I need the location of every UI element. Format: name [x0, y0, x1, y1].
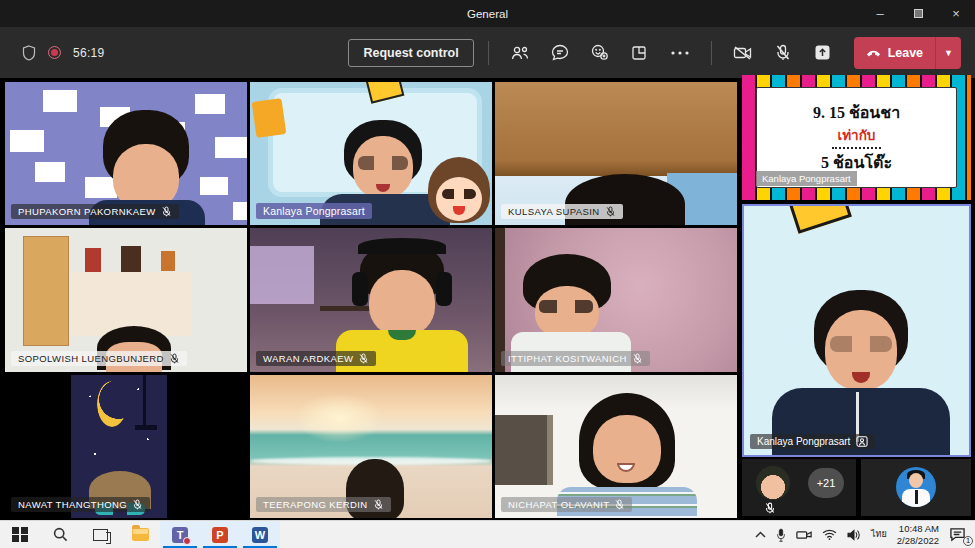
spotlight-video-tile[interactable]: Kanlaya Pongprasart	[742, 204, 971, 457]
tray-device-icon[interactable]	[796, 529, 812, 540]
video-tile-sopolwish[interactable]: SOPOLWISH LUENGBUNJERD	[5, 228, 247, 371]
request-control-button[interactable]: Request control	[348, 39, 473, 67]
crescent-moon	[97, 381, 127, 427]
leave-options-button[interactable]: ▼	[936, 37, 961, 69]
leave-label: Leave	[888, 46, 923, 60]
video-tile-phupakorn[interactable]: PHUPAKORN PAKORNKAEW	[5, 82, 247, 225]
participant-name-label: ITTIPHAT KOSITWANICH	[501, 351, 650, 366]
taskbar-clock[interactable]: 10:48 AM 2/28/2022	[897, 523, 939, 547]
teams-meeting-window: General – × 56:19 Request control	[0, 0, 975, 548]
participant-thumbnail-tile[interactable]	[861, 459, 971, 516]
recording-indicator-icon	[48, 46, 61, 59]
overflow-participants-badge[interactable]: +21	[808, 468, 844, 498]
meeting-stage: PHUPAKORN PAKORNKAEW Kanlaya Pongprasart	[0, 78, 975, 520]
mic-muted-icon	[632, 353, 643, 364]
participant-name-label: NICHAPAT OLAVANIT	[501, 497, 632, 512]
close-button[interactable]: ×	[937, 0, 975, 27]
shared-screen-tile[interactable]: 9. 15 ช้อนชา เท่ากับ 5 ช้อนโต๊ะ Kanlaya …	[742, 75, 971, 200]
notification-dot	[183, 537, 191, 545]
breakout-rooms-icon	[631, 45, 648, 61]
clock-date: 2/28/2022	[897, 535, 939, 546]
camera-off-icon	[733, 45, 753, 61]
participant-avatar[interactable]	[756, 466, 790, 500]
people-icon	[510, 45, 530, 61]
meeting-timer: 56:19	[73, 46, 105, 60]
windows-start-icon	[12, 527, 28, 543]
task-view-button[interactable]	[80, 521, 120, 548]
more-icon	[671, 51, 689, 55]
chat-icon	[551, 44, 569, 61]
spotlight-icon	[856, 436, 868, 447]
teams-taskbar-button[interactable]: T	[160, 521, 200, 548]
mic-muted-icon	[358, 353, 369, 364]
chat-button[interactable]	[543, 38, 577, 68]
video-tile-waran[interactable]: WARAN ARDKAEW	[250, 228, 492, 371]
video-tile-nawat[interactable]: NAWAT THANGTHONG	[5, 375, 247, 518]
notification-count-badge: 1	[963, 536, 973, 546]
participant-name-label: SOPOLWISH LUENGBUNJERD	[11, 351, 187, 366]
meeting-title: General	[467, 8, 508, 20]
participant-name-label: KULSAYA SUPASIN	[501, 204, 623, 219]
clock-time: 10:48 AM	[899, 523, 939, 534]
participant-name-label: TEERAPONG KERDIN	[256, 497, 391, 512]
tray-mic-icon[interactable]	[776, 528, 786, 542]
word-taskbar-button[interactable]: W	[240, 521, 280, 548]
language-indicator[interactable]: ไทย	[871, 530, 887, 539]
word-icon: W	[252, 527, 268, 543]
system-tray: ไทย 10:48 AM 2/28/2022 1	[755, 521, 975, 548]
video-tile-nichapat[interactable]: NICHAPAT OLAVANIT	[495, 375, 737, 518]
search-icon	[53, 527, 68, 542]
participant-name-label: WARAN ARDKAEW	[256, 351, 376, 366]
participant-grid: PHUPAKORN PAKORNKAEW Kanlaya Pongprasart	[5, 82, 737, 518]
meeting-toolbar: 56:19 Request control	[0, 27, 975, 78]
participant-name-label: PHUPAKORN PAKORNKAEW	[11, 204, 179, 219]
toolbar-divider	[711, 41, 712, 65]
sunset-glow	[294, 393, 384, 443]
maximize-button[interactable]	[899, 0, 937, 27]
toolbar-divider	[488, 41, 489, 65]
breakout-rooms-button[interactable]	[623, 38, 657, 68]
thumbnail-strip: +21	[742, 459, 971, 516]
security-shield-icon	[22, 45, 36, 61]
mic-toggle-button[interactable]	[766, 38, 800, 68]
spotlight-name-label: Kanlaya Pongprasart	[750, 434, 875, 449]
more-options-button[interactable]	[663, 38, 697, 68]
participant-name-label: Kanlaya Pongprasart	[256, 203, 372, 219]
video-tile-kanlaya[interactable]: Kanlaya Pongprasart	[250, 82, 492, 225]
file-explorer-button[interactable]	[120, 521, 160, 548]
slide-answer-blank: เท่ากับ	[832, 126, 882, 148]
mic-muted-icon	[605, 206, 616, 217]
mic-off-icon	[775, 44, 791, 61]
mic-muted-icon	[132, 499, 143, 510]
share-icon	[814, 44, 831, 61]
teams-icon: T	[172, 527, 188, 543]
video-tile-kulsaya[interactable]: KULSAYA SUPASIN	[495, 82, 737, 225]
mic-muted-icon	[614, 499, 625, 510]
mic-muted-icon	[161, 206, 172, 217]
participants-button[interactable]	[503, 38, 537, 68]
task-view-icon	[93, 529, 108, 541]
participant-name-label: NAWAT THANGTHONG	[11, 497, 150, 512]
camera-toggle-button[interactable]	[726, 38, 760, 68]
reactions-button[interactable]	[583, 38, 617, 68]
presenter-share-label: Kanlaya Pongprasart	[756, 171, 857, 186]
title-bar: General – ×	[0, 0, 975, 27]
share-content-button[interactable]	[806, 38, 840, 68]
hidden-icons-chevron[interactable]	[755, 531, 766, 538]
windows-taskbar: T P W ไทย 10:48 AM	[0, 520, 975, 548]
powerpoint-taskbar-button[interactable]: P	[200, 521, 240, 548]
wifi-icon[interactable]	[822, 529, 837, 540]
leave-button[interactable]: Leave	[854, 37, 935, 69]
start-button[interactable]	[0, 521, 40, 548]
video-tile-ittiphat[interactable]: ITTIPHAT KOSITWANICH	[495, 228, 737, 371]
reactions-icon	[590, 44, 609, 61]
taskbar-search-button[interactable]	[40, 521, 80, 548]
leave-button-group: Leave ▼	[854, 37, 961, 69]
powerpoint-icon: P	[212, 527, 228, 543]
minimize-button[interactable]: –	[861, 0, 899, 27]
hangup-icon	[866, 49, 881, 57]
video-tile-teerapong[interactable]: TEERAPONG KERDIN	[250, 375, 492, 518]
maximize-icon	[914, 9, 923, 18]
volume-icon[interactable]	[847, 529, 861, 541]
action-center-button[interactable]: 1	[949, 527, 969, 543]
